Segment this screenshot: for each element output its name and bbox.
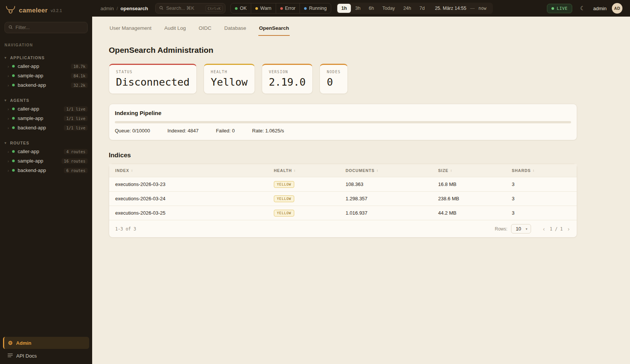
cell-size: 238.6 MB	[438, 196, 512, 201]
cell-size: 44.2 MB	[438, 210, 512, 216]
stat-label: STATUS	[116, 70, 190, 74]
sidebar-item-applications-sample-app[interactable]: › sample-app 84.1k	[0, 71, 92, 80]
filter-input[interactable]	[15, 25, 84, 30]
cell-documents: 1.298.357	[346, 196, 438, 201]
sidebar-item-api-docs[interactable]: API Docs	[3, 349, 89, 360]
count-badge: 6 routes	[64, 168, 88, 173]
column-header-shards[interactable]: SHARDS ↕	[512, 168, 571, 173]
app-name: cameleer	[19, 7, 48, 14]
sidebar-item-applications-backend-app[interactable]: › backend-app 32.2k	[0, 80, 92, 90]
sidebar-item-routes-backend-app[interactable]: › backend-app 6 routes	[0, 166, 92, 175]
pipeline-stat-queue: Queue: 0/10000	[115, 128, 150, 134]
live-toggle[interactable]: LIVE	[547, 4, 572, 13]
topbar: admin / opensearch Ctrl+K OK Warn	[92, 0, 630, 17]
tab-opensearch[interactable]: OpenSearch	[258, 22, 290, 36]
time-range-1h[interactable]: 1h	[337, 4, 351, 13]
table-header-row: INDEX ↕ HEALTH ↕ DOCUMENTS ↕ SIZE	[109, 164, 577, 177]
time-range-24h[interactable]: 24h	[399, 4, 415, 13]
sidebar-group-applications: ▾ APPLICATIONS › caller-app 10.7k › samp…	[0, 54, 92, 90]
page-indicator: 1 / 1	[550, 226, 563, 232]
status-filter-label: OK	[240, 6, 247, 11]
sidebar-item-admin[interactable]: ⚙ Admin	[3, 337, 89, 349]
time-range-6h[interactable]: 6h	[364, 4, 378, 13]
stat-cards: STATUS Disconnected HEALTH Yellow VERSIO…	[109, 64, 577, 94]
time-range-3h[interactable]: 3h	[351, 4, 364, 13]
count-badge: 10.7k	[71, 64, 88, 69]
sort-icon: ↕	[377, 169, 379, 172]
rows-per-page-value: 10	[516, 226, 521, 232]
search-shortcut-badge: Ctrl+K	[205, 5, 223, 12]
moon-icon: ☾	[580, 5, 585, 12]
tab-oidc[interactable]: OIDC	[198, 22, 212, 36]
count-badge: 1/1 live	[64, 116, 88, 121]
stat-label: VERSION	[269, 70, 306, 74]
cell-index: executions-2026-03-23	[115, 181, 274, 187]
status-filter-error[interactable]: Error	[276, 3, 300, 13]
group-label: AGENTS	[10, 98, 29, 103]
tab-user-management[interactable]: User Management	[109, 22, 152, 36]
pipeline-title: Indexing Pipeline	[115, 110, 571, 116]
sidebar-item-agents-sample-app[interactable]: › sample-app 1/1 live	[0, 114, 92, 123]
stat-value: 2.19.0	[269, 76, 306, 88]
pipeline-stats: Queue: 0/10000 Indexed: 4847 Failed: 0 R…	[115, 128, 571, 134]
avatar[interactable]: AD	[612, 3, 622, 14]
sidebar-item-routes-sample-app[interactable]: › sample-app 16 routes	[0, 156, 92, 166]
status-filter-label: Running	[309, 6, 327, 11]
sort-icon: ↕	[533, 169, 535, 172]
health-badge: YELLOW	[274, 195, 294, 202]
status-filter-running[interactable]: Running	[300, 3, 331, 13]
chevron-right-icon: ›	[8, 107, 9, 111]
sort-icon: ↕	[131, 169, 133, 172]
caret-down-icon: ▾	[5, 141, 7, 145]
chevron-right-icon: ›	[8, 83, 9, 88]
search-input[interactable]	[166, 6, 203, 11]
cell-health: YELLOW	[274, 195, 346, 202]
stat-value: 0	[327, 76, 341, 88]
group-header-applications[interactable]: ▾ APPLICATIONS	[0, 54, 92, 61]
indices-table: INDEX ↕ HEALTH ↕ DOCUMENTS ↕ SIZE	[109, 164, 577, 238]
time-range-group: 1h 3h 6h Today 24h 7d 25. März 14:55 — n…	[336, 3, 493, 14]
group-header-routes[interactable]: ▾ ROUTES	[0, 139, 92, 147]
app-version: v3.2.1	[51, 8, 62, 13]
chevron-right-icon: ›	[8, 64, 9, 69]
chevron-right-icon: ›	[8, 159, 9, 163]
column-header-health[interactable]: HEALTH ↕	[274, 168, 346, 173]
status-dot-icon	[12, 74, 15, 77]
sort-icon: ↕	[294, 169, 296, 172]
health-card: HEALTH Yellow	[204, 64, 255, 94]
app-logo[interactable]: cameleer v3.2.1	[0, 0, 92, 22]
table-row: executions-2026-03-24 YELLOW 1.298.357 2…	[109, 191, 577, 206]
column-header-index[interactable]: INDEX ↕	[115, 168, 274, 173]
tab-database[interactable]: Database	[224, 22, 247, 36]
date-text: 25. März 14:55	[435, 6, 466, 11]
time-range-7d[interactable]: 7d	[415, 4, 429, 13]
date-range-display[interactable]: 25. März 14:55 — now	[435, 6, 486, 11]
dark-mode-toggle[interactable]: ☾	[578, 3, 588, 14]
sidebar: cameleer v3.2.1 NAVIGATION ▾ APPLICATION…	[0, 0, 92, 364]
status-filter-warn[interactable]: Warn	[251, 3, 275, 13]
tab-audit-log[interactable]: Audit Log	[164, 22, 187, 36]
prev-page-button[interactable]: ‹	[541, 225, 547, 233]
column-header-size[interactable]: SIZE ↕	[438, 168, 512, 173]
admin-label: Admin	[16, 340, 31, 346]
cell-index: executions-2026-03-24	[115, 196, 274, 201]
sidebar-item-routes-caller-app[interactable]: › caller-app 4 routes	[0, 147, 92, 156]
count-badge: 16 routes	[62, 158, 88, 164]
count-badge: 84.1k	[71, 73, 88, 78]
status-card: STATUS Disconnected	[109, 64, 197, 94]
sidebar-item-agents-caller-app[interactable]: › caller-app 1/1 live	[0, 104, 92, 114]
list-icon	[8, 353, 13, 359]
status-dot-icon	[12, 117, 15, 120]
sidebar-item-applications-caller-app[interactable]: › caller-app 10.7k	[0, 61, 92, 71]
next-page-button[interactable]: ›	[566, 225, 571, 233]
column-header-documents[interactable]: DOCUMENTS ↕	[346, 168, 438, 173]
version-card: VERSION 2.19.0	[262, 64, 313, 94]
breadcrumb-admin[interactable]: admin	[100, 6, 114, 11]
group-header-agents[interactable]: ▾ AGENTS	[0, 97, 92, 104]
rows-per-page-select[interactable]: 10 ▾	[511, 224, 531, 233]
sidebar-item-agents-backend-app[interactable]: › backend-app 1/1 live	[0, 123, 92, 132]
cell-shards: 3	[512, 196, 571, 201]
time-range-today[interactable]: Today	[378, 4, 399, 13]
pagination: ‹ 1 / 1 ›	[541, 225, 571, 233]
status-filter-ok[interactable]: OK	[231, 3, 251, 13]
